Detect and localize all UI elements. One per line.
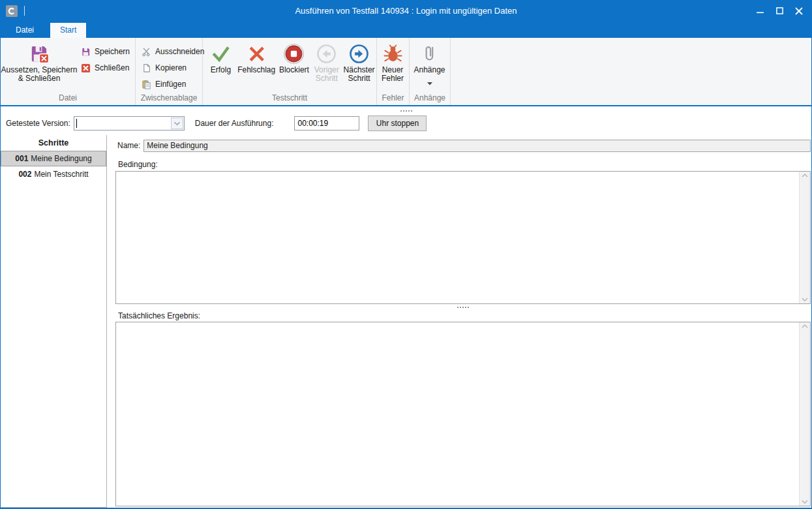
scissors-icon xyxy=(141,47,152,57)
group-label-anhaenge: Anhänge xyxy=(410,93,450,105)
check-icon xyxy=(211,41,231,66)
button-label: & Schließen xyxy=(18,74,61,83)
maximize-button[interactable] xyxy=(770,2,789,20)
group-label-fehler: Fehler xyxy=(377,93,409,105)
actual-result-textarea[interactable] xyxy=(116,322,799,506)
version-label: Getestete Version: xyxy=(6,119,70,128)
button-label: Kopieren xyxy=(155,64,187,72)
group-label-datei: Datei xyxy=(1,93,135,105)
ribbon-group-zwischenablage: Ausschneiden Kopieren Einfügen xyxy=(136,38,203,105)
einfuegen-button[interactable]: Einfügen xyxy=(138,76,209,93)
actual-result-label: Tatsächliches Ergebnis: xyxy=(118,311,811,320)
execution-toolbar: Getestete Version: Dauer der Ausführung:… xyxy=(6,116,811,131)
button-label: Speichern xyxy=(95,48,130,56)
name-row: Name: xyxy=(115,139,811,152)
button-label: Fehlschlag xyxy=(237,66,275,74)
button-label: Schritt xyxy=(316,74,338,83)
text-cursor xyxy=(76,119,77,128)
ribbon-group-fehler: Neuer Fehler Fehler xyxy=(377,38,410,105)
step-list-item[interactable]: 002Mein Testschritt xyxy=(1,166,106,182)
paperclip-icon xyxy=(419,41,440,66)
kopieren-button[interactable]: Kopieren xyxy=(138,60,209,76)
ribbon-tab-row: Datei Start xyxy=(1,22,811,38)
ribbon: Aussetzen, Speichern & Schließen Speiche… xyxy=(1,38,811,106)
fehlschlag-button[interactable]: Fehlschlag xyxy=(236,38,277,93)
body-row: Schritte 001Meine Bedingung 002Mein Test… xyxy=(1,135,811,508)
step-label: Mein Testschritt xyxy=(34,170,88,179)
step-number: 002 xyxy=(18,170,31,179)
close-red-icon xyxy=(80,63,91,73)
button-label: Anhänge xyxy=(414,66,445,74)
panel-splitter-grip[interactable] xyxy=(115,304,811,310)
version-combobox[interactable] xyxy=(74,116,185,131)
button-label: Erfolg xyxy=(211,66,231,74)
step-list-item[interactable]: 001Meine Bedingung xyxy=(1,151,106,166)
app-window: Ausführen von Testfall 140934 : Login mi… xyxy=(0,0,812,509)
condition-label: Bedingung: xyxy=(118,160,811,169)
scroll-down-icon xyxy=(802,500,808,504)
button-label: Einfügen xyxy=(155,80,186,89)
erfolg-button[interactable]: Erfolg xyxy=(205,38,236,93)
group-label-zwischenablage: Zwischenablage xyxy=(136,93,202,105)
vertical-scrollbar[interactable] xyxy=(799,172,810,303)
blockiert-button[interactable]: Blockiert xyxy=(277,38,311,93)
titlebar: Ausführen von Testfall 140934 : Login mi… xyxy=(1,0,811,22)
copy-icon xyxy=(141,63,152,73)
aussetzen-speichern-schliessen-button[interactable]: Aussetzen, Speichern & Schließen xyxy=(1,38,78,93)
step-label: Meine Bedingung xyxy=(31,154,91,163)
voriger-schritt-button: Voriger Schritt xyxy=(311,38,342,93)
bug-icon xyxy=(383,41,403,66)
group-label-testschritt: Testschritt xyxy=(203,93,376,105)
duration-label: Dauer der Ausführung: xyxy=(195,119,274,128)
anhaenge-button[interactable]: Anhänge xyxy=(410,38,449,93)
ribbon-group-testschritt: Erfolg Fehlschlag Blockiert xyxy=(203,38,377,105)
condition-textarea[interactable] xyxy=(116,172,799,303)
scroll-down-icon xyxy=(802,298,808,301)
step-number: 001 xyxy=(15,154,28,163)
paste-icon xyxy=(141,80,152,89)
minimize-button[interactable] xyxy=(750,2,770,20)
chevron-down-icon xyxy=(427,78,432,87)
vertical-scrollbar[interactable] xyxy=(799,322,810,506)
scroll-up-icon xyxy=(802,174,808,177)
content-area: Getestete Version: Dauer der Ausführung:… xyxy=(1,106,811,508)
arrow-right-circle-icon xyxy=(348,41,370,66)
tab-start[interactable]: Start xyxy=(50,23,86,38)
name-label: Name: xyxy=(117,141,140,150)
name-field[interactable] xyxy=(143,140,811,152)
ausschneiden-button[interactable]: Ausschneiden xyxy=(138,44,209,60)
chevron-down-icon xyxy=(173,121,181,126)
button-label: Schließen xyxy=(95,64,129,72)
save-close-icon xyxy=(29,41,49,66)
steps-header: Schritte xyxy=(1,135,106,151)
schliessen-button[interactable]: Schließen xyxy=(78,60,135,76)
condition-textarea-wrap xyxy=(115,171,811,304)
actual-result-textarea-wrap xyxy=(115,322,811,506)
button-label: Blockiert xyxy=(279,66,309,74)
save-icon xyxy=(80,47,91,57)
naechster-schritt-button[interactable]: Nächster Schritt xyxy=(342,38,376,93)
neuer-fehler-button[interactable]: Neuer Fehler xyxy=(377,38,408,93)
stop-clock-button[interactable]: Uhr stoppen xyxy=(368,116,427,131)
ribbon-splitter-grip[interactable] xyxy=(1,108,811,114)
button-label: Schritt xyxy=(348,74,370,83)
duration-field[interactable] xyxy=(294,116,359,131)
steps-sidebar: Schritte 001Meine Bedingung 002Mein Test… xyxy=(1,135,107,508)
combobox-dropdown-button[interactable] xyxy=(171,117,183,129)
ribbon-empty-space xyxy=(451,38,811,105)
tab-datei[interactable]: Datei xyxy=(6,23,44,38)
stop-icon xyxy=(283,41,305,66)
window-controls xyxy=(750,0,811,22)
speichern-button[interactable]: Speichern xyxy=(78,44,135,60)
x-icon xyxy=(247,41,267,66)
close-button[interactable] xyxy=(789,2,809,20)
button-label: Ausschneiden xyxy=(155,48,204,56)
step-detail-panel: Name: Bedingung: Tatsächliches Ergebnis: xyxy=(115,135,811,508)
arrow-left-circle-icon xyxy=(316,41,337,66)
window-title: Ausführen von Testfall 140934 : Login mi… xyxy=(1,6,811,16)
button-label: Fehler xyxy=(382,74,404,83)
scroll-up-icon xyxy=(802,324,808,328)
ribbon-group-datei: Aussetzen, Speichern & Schließen Speiche… xyxy=(1,38,136,105)
ribbon-group-anhaenge: Anhänge Anhänge xyxy=(410,38,451,105)
